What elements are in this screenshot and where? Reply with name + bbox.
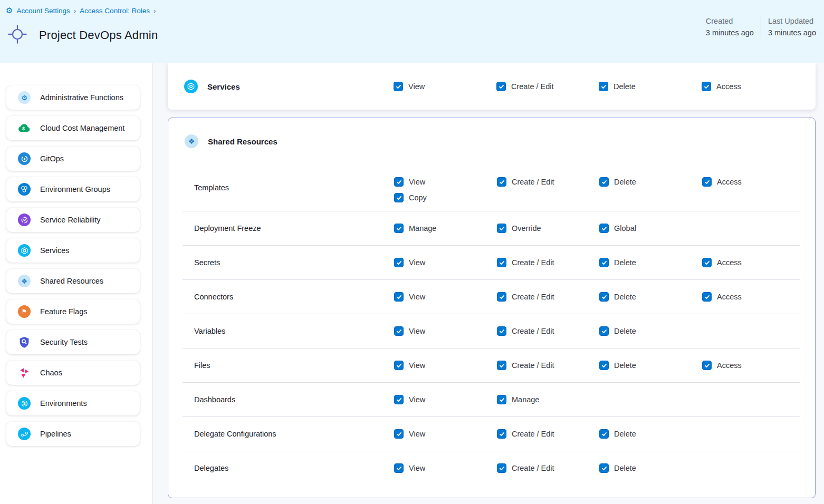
checkbox-checked[interactable] (394, 463, 404, 473)
resource-row-label: Delegate Configurations (168, 430, 394, 438)
permission-access[interactable]: Access (702, 258, 742, 267)
permission-delete[interactable]: Delete (599, 361, 636, 370)
breadcrumb-access-control-roles[interactable]: Access Control: Roles (80, 7, 150, 15)
permission-create-edit[interactable]: Create / Edit (497, 429, 554, 439)
checkbox-checked[interactable] (599, 224, 609, 233)
permission-access[interactable]: Access (702, 177, 742, 187)
shared-resources-section-card: ❖ Shared Resources TemplatesViewCopyCrea… (168, 118, 816, 498)
sidebar-item-chaos[interactable]: Chaos (6, 361, 140, 385)
permission-view[interactable]: View (394, 258, 425, 267)
checkbox-checked[interactable] (394, 177, 404, 187)
permission-delete[interactable]: Delete (599, 292, 636, 302)
sidebar-item-environments[interactable]: $ Environments (6, 391, 140, 415)
sidebar-item-administrative-functions[interactable]: ⚙ Administrative Functions (6, 85, 140, 110)
checkbox-checked[interactable] (599, 177, 609, 187)
checkbox-checked[interactable] (394, 326, 404, 336)
permission-create-edit[interactable]: Create / Edit (497, 361, 554, 370)
checkbox-checked[interactable] (394, 292, 404, 302)
checkbox-checked[interactable] (702, 177, 712, 187)
permission-delete[interactable]: Delete (599, 177, 636, 187)
permission-view[interactable]: View (394, 82, 425, 91)
checkbox-checked[interactable] (599, 258, 609, 267)
permission-cell: Access (702, 82, 816, 91)
checkbox-checked[interactable] (394, 361, 404, 370)
checkbox-checked[interactable] (599, 292, 609, 302)
permission-delete[interactable]: Delete (599, 82, 636, 91)
checkbox-checked[interactable] (497, 326, 506, 336)
sidebar-item-pipelines[interactable]: Pipelines (6, 422, 140, 446)
checkbox-checked[interactable] (497, 361, 506, 370)
environments-icon: $ (17, 396, 31, 410)
checkbox-checked[interactable] (599, 361, 609, 370)
checkbox-checked[interactable] (702, 82, 711, 91)
checkbox-checked[interactable] (497, 224, 506, 233)
permission-label: View (409, 327, 425, 335)
permission-cell: Delete (599, 429, 702, 439)
permission-access[interactable]: Access (702, 361, 742, 370)
sidebar-item-service-reliability[interactable]: Service Reliability (6, 208, 140, 232)
permission-label: Access (717, 361, 742, 370)
checkbox-checked[interactable] (702, 258, 712, 267)
permission-view[interactable]: View (394, 292, 425, 302)
permission-create-edit[interactable]: Create / Edit (497, 463, 554, 473)
permission-manage[interactable]: Manage (394, 224, 436, 233)
checkbox-checked[interactable] (497, 395, 506, 404)
checkbox-checked[interactable] (599, 326, 609, 336)
permission-access[interactable]: Access (702, 292, 742, 302)
resource-row-files: FilesViewCreate / EditDeleteAccess (168, 348, 815, 382)
permission-view[interactable]: View (394, 361, 425, 370)
checkbox-checked[interactable] (497, 429, 506, 439)
checkbox-checked[interactable] (394, 193, 404, 202)
sidebar-item-feature-flags[interactable]: ⚑ Feature Flags (6, 299, 140, 324)
permission-copy[interactable]: Copy (394, 193, 427, 202)
checkbox-checked[interactable] (497, 463, 506, 473)
sidebar-item-security-tests[interactable]: Security Tests (6, 330, 140, 354)
resource-row-secrets: SecretsViewCreate / EditDeleteAccess (168, 246, 815, 279)
checkbox-checked[interactable] (599, 429, 609, 439)
checkbox-checked[interactable] (702, 292, 712, 302)
permission-create-edit[interactable]: Create / Edit (497, 258, 554, 267)
permission-delete[interactable]: Delete (599, 429, 636, 439)
permission-label: Create / Edit (512, 258, 554, 267)
permission-view[interactable]: View (394, 429, 425, 439)
checkbox-checked[interactable] (496, 82, 506, 91)
permission-delete[interactable]: Delete (599, 326, 636, 336)
checkbox-checked[interactable] (394, 224, 404, 233)
checkbox-checked[interactable] (497, 258, 506, 267)
sidebar-item-cloud-cost-management[interactable]: $ Cloud Cost Management (6, 116, 140, 140)
permission-view[interactable]: View (394, 463, 425, 473)
permission-override[interactable]: Override (497, 224, 541, 233)
permission-cell: Delete (599, 463, 702, 473)
shared-resources-icon: ❖ (17, 274, 31, 288)
checkbox-checked[interactable] (599, 463, 609, 473)
checkbox-checked[interactable] (394, 429, 404, 439)
breadcrumb-account-settings[interactable]: Account Settings (16, 7, 70, 15)
checkbox-checked[interactable] (394, 395, 404, 404)
permission-create-edit[interactable]: Create / Edit (497, 292, 554, 302)
sidebar-item-label: Pipelines (40, 430, 71, 438)
breadcrumb-separator: › (74, 7, 76, 15)
checkbox-checked[interactable] (497, 177, 506, 187)
permission-create-edit[interactable]: Create / Edit (497, 326, 554, 336)
permission-access[interactable]: Access (702, 82, 741, 91)
sidebar-item-shared-resources[interactable]: ❖ Shared Resources (6, 269, 140, 293)
permission-view[interactable]: View (394, 177, 425, 187)
permission-create-edit[interactable]: Create / Edit (496, 82, 554, 91)
sidebar-item-environment-groups[interactable]: Environment Groups (6, 177, 140, 201)
permission-delete[interactable]: Delete (599, 463, 636, 473)
permission-global[interactable]: Global (599, 224, 636, 233)
permission-view[interactable]: View (394, 326, 425, 336)
checkbox-checked[interactable] (497, 292, 506, 302)
checkbox-checked[interactable] (394, 258, 404, 267)
sidebar-item-services[interactable]: Services (6, 238, 140, 263)
permission-delete[interactable]: Delete (599, 258, 636, 267)
permission-label: Access (716, 82, 741, 91)
permission-create-edit[interactable]: Create / Edit (497, 177, 554, 187)
checkbox-checked[interactable] (394, 82, 403, 91)
checkbox-checked[interactable] (702, 361, 712, 370)
resource-row-label: Delegates (168, 464, 394, 472)
permission-view[interactable]: View (394, 395, 425, 404)
checkbox-checked[interactable] (599, 82, 608, 91)
permission-manage[interactable]: Manage (497, 395, 539, 404)
sidebar-item-gitops[interactable]: GitOps (6, 147, 140, 171)
